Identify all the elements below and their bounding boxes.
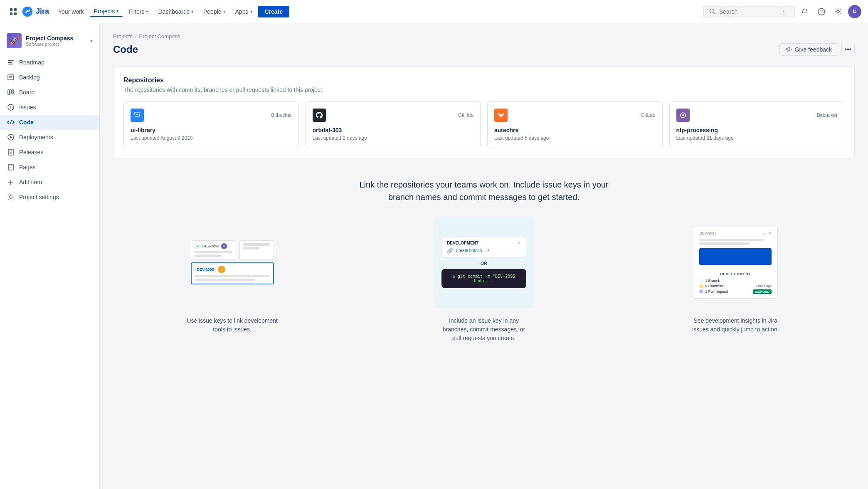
svg-rect-1: [14, 8, 17, 11]
sidebar-item-project-settings[interactable]: Project settings: [0, 190, 99, 205]
jira-logo[interactable]: Jira: [22, 6, 49, 17]
repo-source-3: GitLab: [641, 112, 655, 118]
breadcrumb-project-compass[interactable]: Project Compass: [139, 33, 180, 40]
page-header: Code Give feedback •••: [113, 43, 855, 56]
code-icon: [7, 118, 15, 126]
repo-updated-3: Last updated 5 days ago: [494, 135, 656, 141]
search-icon: [709, 8, 716, 15]
svg-rect-10: [8, 62, 12, 63]
svg-point-8: [837, 10, 839, 13]
sidebar-project-type: Software project: [26, 42, 86, 47]
project-chevron-icon: ▾: [90, 38, 93, 44]
help-icon: ?: [818, 8, 825, 15]
search-input[interactable]: [719, 8, 777, 15]
svg-point-4: [710, 9, 714, 13]
repositories-subtitle: The repositories with commits, branches …: [123, 86, 844, 93]
add-icon: [7, 178, 15, 186]
breadcrumb: Projects / Project Compass: [113, 33, 855, 40]
feature-image-2: DEVELOPMENT ✕ 🔗 Create branch ↗ OR: [434, 217, 534, 308]
link-section: Link the repositories your teams work on…: [113, 172, 855, 356]
repositories-section: Repositories The repositories with commi…: [113, 66, 855, 158]
avatar[interactable]: U: [848, 5, 861, 18]
feature-cards: ✓ DEV-2094 A: [113, 217, 855, 343]
feature-image-1: ✓ DEV-2094 A: [182, 217, 282, 308]
notifications-button[interactable]: [798, 5, 811, 18]
sidebar-item-issues[interactable]: Issues: [0, 100, 99, 115]
bitbucket-icon: [131, 109, 144, 122]
svg-point-39: [682, 114, 684, 116]
project-settings-icon: [7, 193, 15, 201]
repo-updated-4: Last updated 21 days ago: [676, 135, 838, 141]
dashboards-chevron-icon: ▾: [191, 9, 193, 14]
issues-icon: [7, 103, 15, 111]
project-icon: 🚀: [7, 33, 22, 48]
releases-icon: [7, 148, 15, 156]
sidebar-item-backlog[interactable]: Backlog: [0, 70, 99, 85]
sidebar-item-releases[interactable]: Releases: [0, 145, 99, 160]
svg-text:?: ?: [820, 9, 823, 14]
breadcrumb-separator: /: [135, 33, 137, 40]
repo-name-3: autechre: [494, 127, 656, 133]
page-title: Code: [113, 44, 138, 55]
feedback-button[interactable]: Give feedback: [779, 43, 838, 56]
repo-card-autechre[interactable]: GitLab autechre Last updated 5 days ago: [487, 101, 663, 148]
roadmap-icon: [7, 58, 15, 67]
sidebar-project-name: Project Compass: [26, 35, 86, 42]
nav-filters[interactable]: Filters ▾: [124, 7, 152, 17]
repo-card-orbital[interactable]: GitHub orbital-303 Last updated 2 days a…: [306, 101, 481, 148]
sidebar: 🚀 Project Compass Software project ▾ Roa…: [0, 23, 100, 489]
svg-rect-9: [8, 60, 14, 61]
more-options-button[interactable]: •••: [841, 43, 855, 56]
deployments-icon: [7, 133, 15, 141]
svg-rect-11: [8, 64, 13, 64]
nav-apps[interactable]: Apps ▾: [231, 7, 256, 17]
nav-projects[interactable]: Projects ▾: [90, 6, 123, 17]
sidebar-item-code[interactable]: Code: [0, 115, 99, 130]
feature-card-dev-insights: DEV-2095 ···✕ DEVELOPMENT 1 Branch: [616, 217, 855, 343]
grid-icon-button[interactable]: [7, 5, 20, 18]
nav-dashboards[interactable]: Dashboards ▾: [154, 7, 197, 17]
main-content: Projects / Project Compass Code Give fee…: [100, 23, 868, 489]
gear-icon: [834, 8, 842, 15]
sidebar-item-add[interactable]: Add item: [0, 175, 99, 190]
bell-icon: [801, 8, 809, 15]
repo-name-2: orbital-303: [313, 127, 474, 133]
feature-card-include-key: DEVELOPMENT ✕ 🔗 Create branch ↗ OR: [365, 217, 603, 343]
repositories-title: Repositories: [123, 77, 844, 84]
svg-line-34: [791, 48, 792, 48]
sidebar-item-board[interactable]: Board: [0, 85, 99, 100]
projects-chevron-icon: ▾: [116, 9, 118, 13]
repo-card-nlp[interactable]: Bitbucket nlp-processing Last updated 21…: [669, 101, 845, 148]
feature-caption-2: Include an issue key in any branches, co…: [438, 316, 530, 343]
help-button[interactable]: ?: [815, 5, 828, 18]
sidebar-item-pages[interactable]: Pages: [0, 160, 99, 175]
svg-rect-16: [10, 90, 12, 93]
board-icon: [7, 88, 15, 96]
repo-icon-4: [676, 109, 690, 122]
top-navigation: Jira Your work Projects ▾ Filters ▾ Dash…: [0, 0, 868, 23]
nav-your-work[interactable]: Your work: [54, 7, 88, 17]
link-section-title: Link the repositories your teams work on…: [359, 178, 609, 203]
settings-button[interactable]: [831, 5, 845, 18]
svg-line-36: [791, 51, 792, 51]
nav-people[interactable]: People ▾: [199, 7, 229, 17]
sidebar-item-roadmap[interactable]: Roadmap: [0, 55, 99, 70]
repo-card-ui-library[interactable]: Bitbucket ui-library Last updated August…: [123, 101, 299, 148]
repo-source-1: Bitbucket: [271, 112, 291, 118]
svg-rect-3: [14, 12, 17, 15]
github-icon: [313, 109, 326, 122]
search-box[interactable]: /: [703, 6, 795, 17]
svg-rect-0: [10, 8, 12, 11]
repo-name-1: ui-library: [131, 127, 292, 133]
people-chevron-icon: ▾: [223, 9, 225, 14]
filters-chevron-icon: ▾: [146, 9, 148, 14]
feature-card-issue-keys: ✓ DEV-2094 A: [113, 217, 351, 343]
create-button[interactable]: Create: [258, 6, 290, 17]
project-selector[interactable]: 🚀 Project Compass Software project ▾: [0, 28, 99, 55]
svg-point-20: [10, 109, 11, 109]
breadcrumb-projects[interactable]: Projects: [113, 33, 133, 40]
megaphone-icon: [786, 46, 792, 53]
feature-image-3: DEV-2095 ···✕ DEVELOPMENT 1 Branch: [686, 217, 785, 308]
sidebar-item-deployments[interactable]: Deployments: [0, 130, 99, 145]
search-shortcut: /: [781, 9, 786, 15]
